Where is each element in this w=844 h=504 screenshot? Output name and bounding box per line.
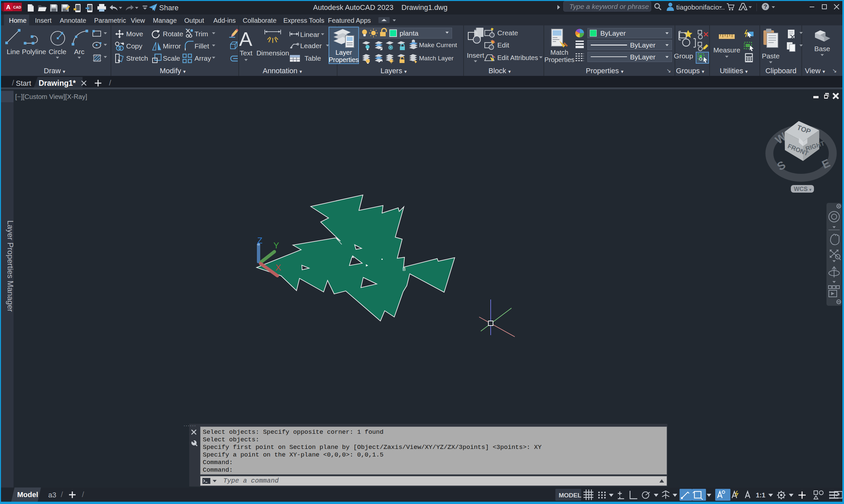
svg-text:1:1: 1:1 [756, 491, 765, 499]
svg-text:Z: Z [257, 235, 262, 246]
svg-text:B: B [402, 267, 406, 272]
svg-text:Y: Y [273, 240, 279, 250]
svg-text:X: X [275, 263, 281, 272]
